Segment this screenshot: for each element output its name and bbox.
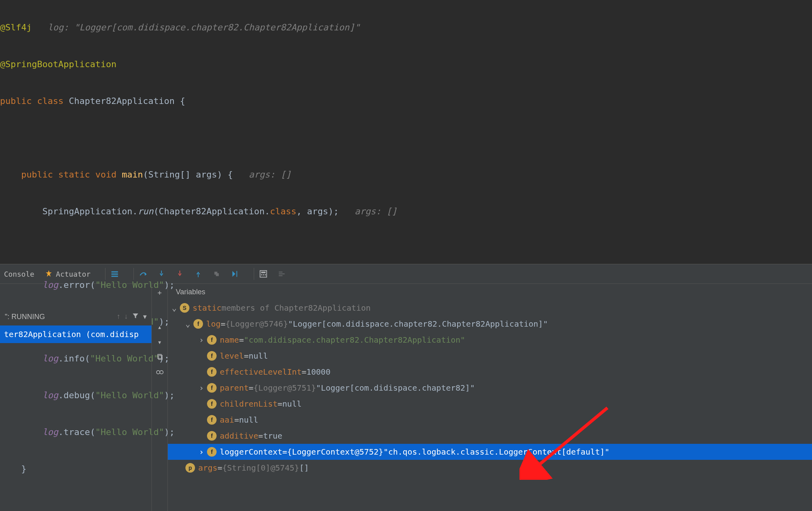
- var-name: aai: [220, 415, 234, 425]
- var-value: 10000: [306, 367, 330, 377]
- drop-frame-icon[interactable]: [212, 269, 221, 278]
- field-badge-icon: f: [207, 383, 217, 393]
- svg-rect-4: [260, 271, 267, 277]
- svg-rect-3: [236, 271, 237, 277]
- svg-rect-6: [261, 274, 262, 275]
- static-badge-icon: S: [180, 303, 189, 313]
- indent: [0, 170, 21, 180]
- field-badge-icon: f: [207, 335, 217, 345]
- debug-panel: ": RUNNING ↑ ↓ ▾ ter82Application (com.d…: [0, 284, 812, 511]
- var-name: loggerContext: [220, 447, 283, 457]
- var-value: "ch.qos.logback.classic.LoggerContext[de…: [383, 447, 609, 457]
- tab-actuator[interactable]: Actuator: [44, 269, 91, 279]
- run-to-cursor-icon[interactable]: [231, 269, 239, 278]
- tab-console-label: Console: [4, 270, 34, 278]
- svg-rect-11: [279, 275, 282, 276]
- scroll-up-icon[interactable]: ▴: [155, 321, 165, 332]
- thread-status: ": RUNNING: [5, 313, 45, 321]
- var-value: null: [249, 351, 268, 361]
- class-name: Chapter82Application {: [69, 96, 185, 106]
- method-call: run: [137, 206, 153, 216]
- force-step-into-icon[interactable]: [175, 269, 184, 278]
- tree-row-parent[interactable]: › f parent = {Logger@5751} "Logger[com.d…: [168, 380, 812, 396]
- variables-gutter: + ▴ ▾: [152, 284, 168, 511]
- tab-actuator-label: Actuator: [56, 270, 91, 278]
- keyword: public static void: [21, 170, 122, 180]
- tree-row-args[interactable]: p args = {String[0]@5745} []: [168, 460, 812, 476]
- expand-icon[interactable]: ⌄: [172, 303, 180, 313]
- evaluate-icon[interactable]: [259, 269, 268, 278]
- copy-icon[interactable]: [155, 352, 165, 362]
- tab-console[interactable]: Console: [4, 270, 34, 278]
- step-over-icon[interactable]: [139, 269, 147, 278]
- field-badge-icon: f: [207, 447, 217, 457]
- stack-frame[interactable]: ter82Application (com.didisp: [0, 325, 151, 343]
- annotation-springboot: @SpringBootApplication: [0, 59, 116, 69]
- field-badge-icon: f: [193, 319, 203, 329]
- tree-row-children[interactable]: f childrenList = null: [168, 396, 812, 412]
- svg-rect-8: [265, 274, 266, 275]
- field-badge-icon: f: [207, 431, 217, 441]
- separator: [105, 268, 105, 280]
- scroll-down-icon[interactable]: ▾: [155, 337, 165, 347]
- svg-rect-5: [261, 272, 265, 273]
- var-members: members of Chapter82Application: [221, 303, 370, 313]
- var-name: childrenList: [220, 399, 278, 409]
- var-value: null: [239, 415, 258, 425]
- inlay-hint: args: []: [249, 170, 291, 180]
- tree-row-name[interactable]: › f name = "com.didispace.chapter82.Chap…: [168, 332, 812, 348]
- var-type: {LoggerContext@5752}: [287, 447, 384, 457]
- next-frame-icon[interactable]: ↓: [124, 312, 128, 321]
- var-name: static: [193, 303, 221, 313]
- var-name: level: [220, 351, 244, 361]
- keyword: class: [270, 206, 297, 216]
- expand-icon[interactable]: ›: [199, 447, 207, 457]
- layout-icon[interactable]: [110, 269, 119, 278]
- var-type: {String[0]@5745}: [222, 463, 299, 473]
- svg-point-15: [160, 371, 163, 374]
- code: (Chapter82Application.: [153, 206, 270, 216]
- var-name: name: [220, 335, 239, 345]
- var-name: parent: [220, 383, 249, 393]
- dropdown-icon[interactable]: ▾: [143, 312, 147, 321]
- watches-icon[interactable]: [155, 367, 165, 377]
- var-name: additive: [220, 431, 258, 441]
- step-into-icon[interactable]: [157, 269, 166, 278]
- annotation-slf4j: @Slf4j: [0, 22, 32, 32]
- svg-rect-2: [111, 276, 118, 277]
- method-sig: (String[] args) {: [143, 170, 233, 180]
- field-badge-icon: f: [207, 351, 217, 361]
- tree-row-level[interactable]: f level = null: [168, 348, 812, 364]
- var-value: "com.didispace.chapter82.Chapter82Applic…: [244, 335, 465, 345]
- expand-icon[interactable]: ›: [199, 383, 207, 393]
- filter-icon[interactable]: [132, 312, 139, 321]
- svg-rect-0: [111, 271, 118, 273]
- field-badge-icon: f: [207, 415, 217, 425]
- var-type: {Logger@5751}: [253, 383, 316, 393]
- inlay-hint: args: []: [354, 206, 397, 216]
- var-type: {Logger@5746}: [225, 319, 288, 329]
- variables-header: Variables: [168, 284, 812, 300]
- expand-icon[interactable]: ›: [199, 335, 207, 345]
- actuator-icon: [44, 269, 54, 279]
- svg-rect-1: [111, 273, 118, 275]
- var-value: []: [299, 463, 309, 473]
- trace-icon[interactable]: [277, 269, 286, 278]
- var-name: effectiveLevelInt: [220, 367, 302, 377]
- frames-panel: ": RUNNING ↑ ↓ ▾ ter82Application (com.d…: [0, 284, 152, 511]
- expand-icon[interactable]: ⌄: [185, 319, 193, 329]
- tree-row-log[interactable]: ⌄ f log = {Logger@5746} "Logger[com.didi…: [168, 316, 812, 332]
- var-value: true: [263, 431, 282, 441]
- code: SpringApplication.: [0, 206, 137, 216]
- param-badge-icon: p: [185, 463, 195, 473]
- tree-row-additive[interactable]: f additive = true: [168, 428, 812, 444]
- variables-tree[interactable]: ⌄ S static members of Chapter82Applicati…: [168, 300, 812, 476]
- add-watch-icon[interactable]: +: [155, 287, 165, 297]
- step-out-icon[interactable]: [194, 269, 203, 278]
- tree-row-aai[interactable]: f aai = null: [168, 412, 812, 428]
- tree-row-eff[interactable]: f effectiveLevelInt = 10000: [168, 364, 812, 380]
- code-editor[interactable]: @Slf4j log: "Logger[com.didispace.chapte…: [0, 0, 812, 264]
- tree-row-static[interactable]: ⌄ S static members of Chapter82Applicati…: [168, 300, 812, 316]
- tree-row-loggercontext[interactable]: › f loggerContext = {LoggerContext@5752}…: [168, 444, 812, 460]
- prev-frame-icon[interactable]: ↑: [117, 312, 120, 321]
